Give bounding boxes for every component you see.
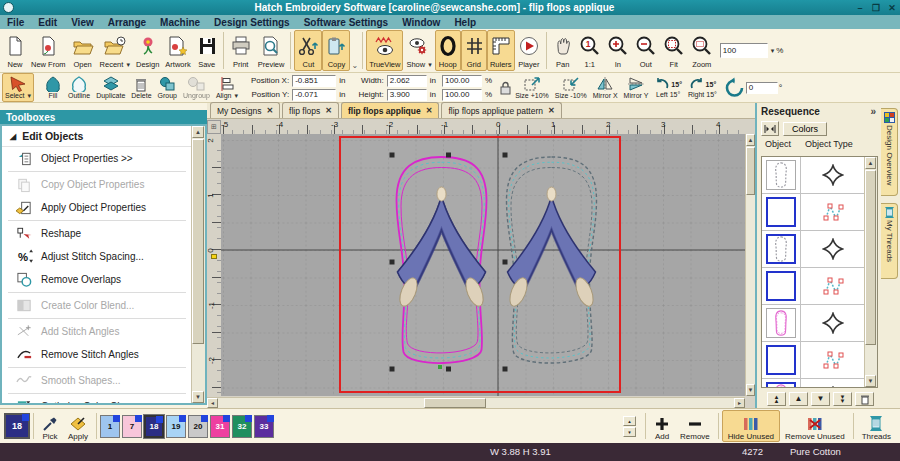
color-swatch-1[interactable]: 1 (100, 415, 120, 438)
object-thumbnail-flipflop-pink[interactable] (766, 382, 796, 388)
resequence-row-2[interactable] (762, 194, 865, 231)
mirror-y-button[interactable]: Mirror Y (621, 73, 652, 102)
resequence-row-5[interactable] (762, 305, 865, 342)
close-tab-icon[interactable]: ✕ (426, 106, 433, 115)
toolbox-item-apply-object-properties[interactable]: Apply Object Properties (2, 196, 192, 219)
close-tab-icon[interactable]: ✕ (266, 106, 273, 115)
design-canvas[interactable] (221, 134, 745, 396)
print-button[interactable]: Print (227, 30, 255, 71)
size-plus-10-button[interactable]: Size +10% (512, 73, 552, 102)
color-swatch-32[interactable]: 32 (232, 415, 252, 438)
color-swatch-7[interactable]: 7 (122, 415, 142, 438)
scroll-down-icon[interactable]: ▼ (746, 384, 755, 396)
scale-x-field[interactable]: 100.00 (442, 75, 482, 87)
menu-item-design-settings[interactable]: Design Settings (207, 17, 297, 28)
pick-color-button[interactable]: Pick (37, 411, 63, 441)
delete-button[interactable]: Delete (128, 73, 154, 102)
toolbox-item-remove-overlaps[interactable]: Remove Overlaps (2, 268, 192, 291)
scroll-up-icon[interactable]: ▲ (192, 126, 204, 138)
resequence-row-7[interactable] (762, 379, 865, 388)
preview-button[interactable]: Preview (255, 30, 288, 71)
spin-up-icon[interactable]: ▴ (623, 416, 636, 426)
tab-my-designs[interactable]: My Designs✕ (210, 102, 280, 118)
toolboxes-scrollbar[interactable]: ▲ ▼ (191, 126, 205, 403)
zoom-out-button[interactable]: Out (632, 30, 660, 71)
menu-item-edit[interactable]: Edit (31, 17, 64, 28)
colors-button[interactable]: Colors (783, 122, 827, 136)
close-tab-icon[interactable]: ✕ (548, 106, 555, 115)
object-thumbnail-empty[interactable] (766, 197, 796, 227)
toolbox-item-optimize-color-changes[interactable]: Optimize Color Changes... (2, 395, 192, 405)
rotate-ccw-icon[interactable] (724, 77, 746, 99)
group-button[interactable]: Group (155, 73, 180, 102)
threads-button[interactable]: Threads (857, 411, 896, 441)
duplicate-button[interactable]: Duplicate (93, 73, 128, 102)
scrollbar-thumb[interactable] (424, 398, 486, 408)
apply-color-button[interactable]: Apply (63, 411, 93, 441)
move-to-bottom-button[interactable]: ▼▼ (833, 392, 852, 406)
recent-button[interactable]: Recent ▾ (97, 30, 133, 71)
panel-chevrons-icon[interactable]: » (870, 106, 876, 117)
ruler-origin-button[interactable]: ⊞ (207, 120, 221, 134)
scroll-right-icon[interactable]: ▸ (734, 398, 745, 408)
player-button[interactable]: Player (515, 30, 543, 71)
color-swatch-33[interactable]: 33 (254, 415, 274, 438)
scroll-left-icon[interactable]: ◂ (207, 398, 218, 408)
trueview-button[interactable]: TrueView (366, 30, 403, 71)
move-down-button[interactable]: ▼ (811, 392, 830, 406)
menu-item-window[interactable]: Window (395, 17, 447, 28)
cut-button[interactable]: Cut (294, 30, 322, 71)
show-button[interactable]: Show ▾ (403, 30, 434, 71)
fill-button[interactable]: Fill (41, 73, 65, 102)
mirror-x-button[interactable]: Mirror X (590, 73, 621, 102)
menu-item-machine[interactable]: Machine (153, 17, 207, 28)
rotate-right-15-button[interactable]: 15° Right 15° (685, 73, 720, 102)
object-thumbnail-flipflop-pink[interactable] (766, 308, 796, 338)
open-button[interactable]: Open (69, 30, 97, 71)
height-field[interactable]: 3.900 (387, 89, 427, 101)
position-y-field[interactable]: -0.071 (292, 89, 336, 101)
object-thumbnail-empty[interactable] (766, 345, 796, 375)
hide-unused-button[interactable]: Hide Unused (722, 410, 780, 442)
toolbox-section-edit-objects[interactable]: ◢Edit Objects (2, 126, 192, 147)
resequence-row-3[interactable] (762, 231, 865, 268)
scroll-down-icon[interactable]: ▼ (865, 375, 876, 387)
menu-item-view[interactable]: View (64, 17, 101, 28)
color-swatch-20[interactable]: 20 (188, 415, 208, 438)
toolbox-item-adjust-stitch-spacing[interactable]: %Adjust Stitch Spacing... (2, 245, 192, 268)
scale-y-field[interactable]: 100.00 (442, 89, 482, 101)
move-to-top-button[interactable]: ▲▲ (767, 392, 786, 406)
resequence-row-1[interactable] (762, 157, 865, 194)
tab-my-threads[interactable]: My Threads (881, 203, 898, 279)
scroll-up-icon[interactable]: ▲ (746, 134, 755, 146)
collapse-columns-button[interactable] (761, 121, 779, 136)
scroll-up-icon[interactable]: ▲ (865, 157, 876, 169)
current-color-swatch[interactable]: 18 (4, 413, 30, 439)
resequence-scrollbar[interactable]: ▲ ▼ (864, 157, 877, 387)
zoom-percent-combo[interactable]: 100 ▾ % (720, 30, 784, 71)
toolbox-item-object-properties[interactable]: Object Properties >> (2, 147, 192, 170)
rotate-left-15-button[interactable]: 15° Left 15° (651, 73, 685, 102)
copy-button[interactable]: Copy (322, 30, 350, 71)
object-thumbnail-empty[interactable] (766, 271, 796, 301)
toolbox-item-reshape[interactable]: Reshape (2, 222, 192, 245)
tab-flip-flops-applique-pattern[interactable]: flip flops applique pattern✕ (441, 102, 561, 118)
menu-item-file[interactable]: File (0, 17, 31, 28)
move-up-button[interactable]: ▲ (789, 392, 808, 406)
close-button[interactable]: ✕ (884, 3, 900, 13)
color-swatch-31[interactable]: 31 (210, 415, 230, 438)
color-swatch-18[interactable]: 18 (144, 415, 164, 438)
zoom-1-1-button[interactable]: 1 1:1 (576, 30, 604, 71)
object-thumbnail-flipflop-gray[interactable] (766, 160, 796, 190)
scrollbar-thumb[interactable] (746, 147, 755, 195)
rulers-button[interactable]: Rulers (487, 30, 515, 71)
reshape-node[interactable] (438, 365, 442, 369)
scrollbar-thumb[interactable] (865, 170, 876, 345)
artwork-button[interactable]: Artwork (162, 30, 193, 71)
restore-button[interactable]: ❐ (868, 3, 884, 13)
new-button[interactable]: New (2, 30, 28, 71)
resequence-row-4[interactable] (762, 268, 865, 305)
tab-flip-flops-applique[interactable]: flip flops applique✕ (341, 102, 439, 118)
menu-item-help[interactable]: Help (447, 17, 483, 28)
width-field[interactable]: 2.062 (387, 75, 427, 87)
